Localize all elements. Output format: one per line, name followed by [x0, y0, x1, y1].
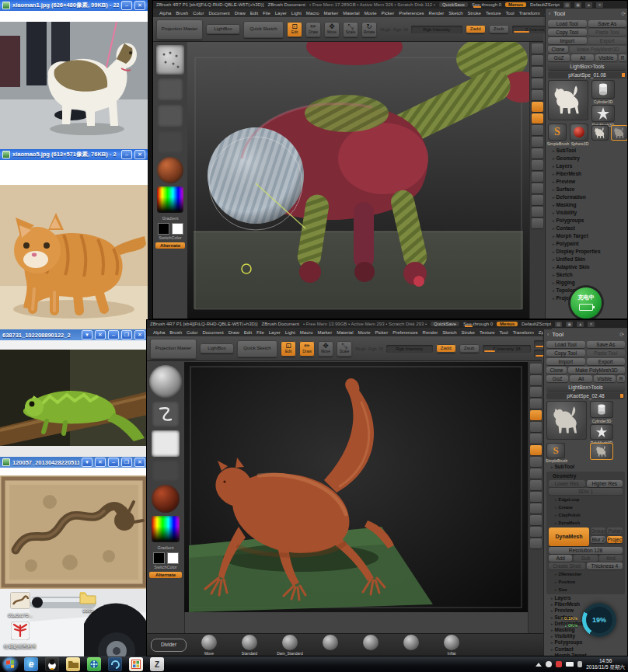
palette-section-header[interactable]: Layers: [546, 162, 628, 170]
r-button[interactable]: R: [617, 375, 625, 382]
brush-sphere-item[interactable]: [356, 635, 386, 656]
right-shelf-icon[interactable]: [530, 399, 542, 409]
menu-item[interactable]: Macro: [306, 11, 319, 16]
load-tool-button[interactable]: Load Tool: [548, 20, 587, 27]
rgb-button[interactable]: Rgb: [368, 346, 377, 351]
export-button[interactable]: Export: [588, 37, 627, 44]
menu-item[interactable]: Alpha: [153, 330, 165, 335]
menu-item[interactable]: Material: [343, 11, 359, 16]
menu-item[interactable]: Marker: [323, 11, 338, 16]
palette-section-header[interactable]: Display Properties: [546, 248, 628, 256]
minimize-button[interactable]: –: [121, 150, 132, 159]
menu-item[interactable]: Texture: [486, 11, 501, 16]
zbt-left-tray[interactable]: Gradient SwitchColor Alternate: [153, 42, 188, 319]
dropdown-icon[interactable]: ▾: [82, 458, 92, 467]
palette-section-header[interactable]: FiberMesh: [544, 601, 627, 608]
right-shelf-icon[interactable]: [532, 90, 543, 100]
rgb-intensity-slider[interactable]: Rgb Intensity: [386, 345, 433, 353]
copy-tool-button[interactable]: Copy Tool: [548, 29, 587, 36]
load-tool-button[interactable]: Load Tool: [546, 341, 585, 348]
menu-item[interactable]: Draw: [229, 330, 239, 335]
viewer-window-xiaomao5[interactable]: xiaomao5.jpg (613×571像素, 76KB) - 2 – ✕: [0, 149, 148, 329]
right-shelf-icon[interactable]: [532, 207, 543, 217]
copy-tool-button[interactable]: Copy Tool: [546, 350, 585, 357]
export-button[interactable]: Export: [587, 358, 626, 365]
menu-item[interactable]: Transform: [513, 330, 534, 335]
tool-thumbnails[interactable]: Cylinder3D PolyMesh3D S SimpleBrush Sphe…: [548, 80, 626, 145]
right-shelf-icon[interactable]: [532, 183, 543, 193]
right-shelf-icon[interactable]: [532, 44, 543, 54]
claypolish-header[interactable]: ClayPolish: [548, 511, 623, 519]
restore-button[interactable]: ❐: [121, 330, 132, 339]
see-through-slider[interactable]: See-through 0: [463, 322, 493, 327]
paint-mode-group[interactable]: Mrgb Rgb M: [380, 27, 408, 32]
current-tool-name[interactable]: pKaotSpe_02.48: [546, 392, 625, 399]
menu-item[interactable]: Brush: [169, 330, 182, 335]
viewer1-titlebar[interactable]: xiaoman1.jpg (626×480像素, 99KB) - 22.. – …: [0, 0, 148, 11]
move-mode-button[interactable]: ✥Move: [318, 341, 333, 357]
goz-all-button[interactable]: All: [571, 54, 593, 61]
menu-item[interactable]: Stroke: [468, 11, 481, 16]
viewer-window-dragon[interactable]: 120057_2013042822051155.. ▾ ✕ – ❐ ✕: [0, 457, 148, 589]
palette-section-header[interactable]: Contact: [544, 646, 627, 653]
texture-thumb[interactable]: [157, 131, 183, 154]
palette-section-header[interactable]: Polypaint: [546, 240, 628, 248]
palette-section-header[interactable]: Morph Target: [544, 653, 627, 656]
zadd-button[interactable]: Zadd: [466, 25, 486, 33]
secondary-color-swatch[interactable]: [172, 223, 183, 235]
palette-section-header[interactable]: Visibility: [544, 633, 627, 639]
collapse-icon[interactable]: ▲: [585, 2, 592, 8]
groups-button[interactable]: Groups: [591, 528, 606, 534]
menu-item[interactable]: Sketch: [448, 11, 462, 16]
zbb-shelf[interactable]: Projection Master LightBox Quick Sketch …: [147, 336, 542, 361]
right-shelf-icon[interactable]: [532, 67, 543, 77]
import-button[interactable]: Import: [548, 37, 587, 44]
viewer3-titlebar[interactable]: 638731_102208890122_2 ▾ ✕ – ❐ ✕: [0, 329, 148, 340]
lightbox-tools-button[interactable]: LightBox>Tools: [546, 384, 625, 391]
palette-icon[interactable]: ▣: [574, 2, 581, 8]
draw-mode-button[interactable]: ✏Draw: [305, 22, 321, 37]
close-picture-button[interactable]: ✕: [95, 458, 106, 467]
menu-item[interactable]: Stroke: [462, 330, 475, 335]
close-icon[interactable]: ✕: [596, 2, 603, 8]
blur-slider[interactable]: Blur 2: [591, 536, 606, 543]
goz-button[interactable]: GoZ: [546, 375, 568, 382]
right-shelf-icon[interactable]: [532, 218, 543, 228]
start-button[interactable]: [3, 657, 17, 671]
paste-tool-button[interactable]: Paste Tool: [587, 350, 626, 357]
zremesher-header[interactable]: ZRemesher: [548, 570, 623, 578]
cat-tool2-thumb[interactable]: [611, 125, 628, 141]
lightbox-tools-button[interactable]: LightBox>Tools: [548, 63, 626, 70]
goz-all-button[interactable]: All: [570, 375, 591, 382]
right-shelf-icon[interactable]: [532, 195, 543, 205]
lightbox-button[interactable]: LightBox: [206, 24, 240, 34]
project-button[interactable]: Project: [607, 536, 623, 543]
divider-button[interactable]: Divider: [151, 639, 187, 652]
right-shelf-icon[interactable]: [532, 102, 543, 112]
zsub-button[interactable]: Zsub: [459, 344, 480, 353]
paint-mode-group[interactable]: Mrgb Rgb M: [355, 346, 383, 351]
menu-item[interactable]: Picker: [382, 11, 395, 16]
right-shelf-icon[interactable]: [530, 515, 542, 525]
simplebrush-thumb[interactable]: S: [546, 443, 565, 458]
panel-collapse-icon[interactable]: ‹: [549, 11, 550, 16]
menu-item[interactable]: Render: [423, 330, 438, 335]
size-header[interactable]: Size: [548, 586, 623, 594]
menu-item[interactable]: Texture: [480, 330, 495, 335]
desktop-icon-folder[interactable]: 1003: [75, 590, 101, 614]
collapse-icon[interactable]: ▲: [577, 322, 584, 327]
menu-item[interactable]: Picker: [375, 330, 389, 335]
scale-mode-button[interactable]: ⤡Scale: [343, 22, 358, 37]
right-shelf-icon[interactable]: [530, 538, 542, 548]
simplebrush-thumb[interactable]: S: [548, 124, 567, 141]
save-as-button[interactable]: Save As: [588, 20, 627, 27]
menu-item[interactable]: Draw: [235, 11, 246, 16]
menu-item[interactable]: Light: [285, 330, 295, 335]
edit-mode-button[interactable]: ⊡Edit: [287, 22, 302, 37]
layout-icon[interactable]: ▤: [563, 2, 570, 8]
rgb-button[interactable]: Rgb: [393, 27, 402, 32]
secondary-color-swatch[interactable]: [167, 552, 179, 564]
import-button[interactable]: Import: [546, 358, 585, 365]
menus-toggle-button[interactable]: Menus: [497, 322, 518, 326]
palette-section-header[interactable]: Visibility: [546, 209, 628, 217]
